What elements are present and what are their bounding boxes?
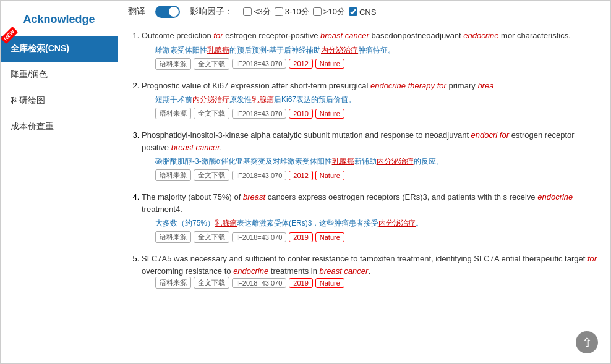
- title-part: estrogen receptor-positive: [223, 31, 321, 40]
- sidebar-item-label: 降重/润色: [11, 69, 48, 79]
- title-part: The majority (about 75%) of: [142, 192, 243, 201]
- tag-journal: Nature: [315, 278, 344, 288]
- tag-journal: Nature: [315, 232, 344, 242]
- filter-group: <3分3-10分>10分CNS: [243, 6, 376, 17]
- sidebar-item-cost-check[interactable]: 成本价查重: [1, 114, 118, 140]
- highlight-term: 内分泌治疗: [378, 219, 416, 227]
- title-part: cancers express oestrogen receptors (ERs…: [265, 192, 501, 201]
- result-tags-3: 语料来源全文下载IF2018=43.0702012Nature: [155, 169, 600, 181]
- sidebar-item-sci-chart[interactable]: 科研绘图: [1, 88, 118, 114]
- filter-cns[interactable]: CNS: [349, 7, 376, 17]
- title-part: ential therapeutic target: [499, 254, 588, 263]
- result-item-5: SLC7A5 was necessary and sufficient to c…: [142, 253, 600, 289]
- tag-journal: Nature: [315, 109, 344, 119]
- highlight-term: 乳腺癌: [215, 219, 237, 227]
- highlight-term: 乳腺癌: [332, 157, 354, 166]
- toggle-track: [155, 6, 180, 18]
- tag-download[interactable]: 全文下载: [194, 169, 229, 181]
- sidebar-item-label: 科研绘图: [11, 95, 45, 105]
- title-part: treatments in: [268, 266, 319, 276]
- filter-label-3to10: 3-10分: [285, 6, 309, 17]
- filter-label-lt3: <3分: [254, 6, 271, 17]
- result-item-1: Outcome prediction for estrogen receptor…: [142, 30, 600, 70]
- title-part: .: [220, 143, 222, 152]
- title-part: breast: [243, 192, 265, 201]
- title-part: for: [497, 130, 509, 140]
- tag-source[interactable]: 语料来源: [155, 169, 191, 181]
- title-part: breast cancer: [320, 31, 369, 40]
- tag-journal: Nature: [315, 59, 344, 69]
- results-list: Outcome prediction for estrogen receptor…: [128, 30, 600, 289]
- result-item-4: The majority (about 75%) of breast cance…: [142, 191, 600, 243]
- filter-lt3[interactable]: <3分: [243, 6, 271, 17]
- tag-year: 2019: [289, 232, 312, 242]
- result-translation-4: 大多数（约75%）乳腺癌表达雌激素受体(ERs)3，这些肿瘤患者接受内分泌治疗。: [155, 218, 600, 229]
- filter-gt10[interactable]: >10分: [313, 6, 345, 17]
- result-item-2: Prognostic value of Ki67 expression afte…: [142, 80, 600, 120]
- filter-checkbox-cns[interactable]: [349, 7, 357, 16]
- title-part: endocrine: [537, 192, 573, 201]
- sidebar-item-label: 全库检索(CNS): [11, 43, 69, 53]
- title-part: endocrine: [463, 31, 498, 40]
- title-part: Prognostic value of Ki67 expression afte…: [142, 81, 370, 90]
- sidebar-item-full-search[interactable]: NEW全库检索(CNS): [1, 36, 118, 62]
- app-window: Acknowledge NEW全库检索(CNS)降重/润色科研绘图成本价查重 翻…: [0, 0, 611, 364]
- filter-3to10[interactable]: 3-10分: [275, 6, 309, 17]
- tag-download[interactable]: 全文下载: [194, 277, 229, 289]
- title-part: Outcome prediction: [142, 31, 213, 40]
- tag-if-score: IF2018=43.070: [232, 278, 286, 288]
- tag-download[interactable]: 全文下载: [194, 58, 229, 70]
- filter-checkbox-gt10[interactable]: [313, 7, 322, 16]
- result-translation-2: 短期手术前内分泌治疗原发性乳腺癌后Ki67表达的预后价值。: [155, 94, 600, 105]
- translate-toggle[interactable]: [155, 6, 180, 18]
- result-tags-2: 语料来源全文下载IF2018=43.0702010Nature: [155, 108, 600, 119]
- tag-source[interactable]: 语料来源: [155, 231, 191, 243]
- highlight-term: 乳腺癌: [207, 46, 229, 54]
- highlight-term: 内分泌治疗: [321, 46, 358, 54]
- title-part: basedonpostneoadjuvant: [369, 31, 464, 40]
- main-panel: 翻译 影响因子： <3分3-10分>10分CNS Outcome predict…: [118, 1, 610, 363]
- title-part: endocrine: [233, 266, 268, 276]
- scroll-to-top-button[interactable]: ⇧: [576, 331, 598, 353]
- result-translation-3: 磷脂酰肌醇-3-激酶α催化亚基突变及对雌激素受体阳性乳腺癌新辅助内分泌治疗的反应…: [155, 156, 600, 167]
- sidebar-item-dimming[interactable]: 降重/润色: [1, 62, 118, 88]
- tag-year: 2010: [289, 109, 312, 119]
- tag-download[interactable]: 全文下载: [194, 108, 229, 119]
- title-part: Phosphatidyl-inositol-3-kinase alpha cat…: [142, 130, 471, 140]
- tag-source[interactable]: 语料来源: [155, 108, 191, 119]
- title-part: overcoming resistance to: [142, 266, 233, 276]
- filter-checkbox-lt3[interactable]: [243, 7, 252, 16]
- filter-checkbox-3to10[interactable]: [275, 7, 283, 16]
- results-content: Outcome prediction for estrogen receptor…: [118, 23, 610, 363]
- result-translation-1: 雌激素受体阳性乳腺癌的预后预测-基于后神经辅助内分泌治疗肿瘤特征。: [155, 44, 600, 56]
- translate-label: 翻译: [128, 6, 145, 17]
- sidebar: Acknowledge NEW全库检索(CNS)降重/润色科研绘图成本价查重: [1, 1, 118, 363]
- tag-source[interactable]: 语料来源: [155, 277, 191, 289]
- tag-download[interactable]: 全文下载: [194, 231, 229, 243]
- result-title-5: SLC7A5 was necessary and sufficient to c…: [142, 253, 600, 277]
- tag-year: 2012: [289, 171, 312, 180]
- toolbar: 翻译 影响因子： <3分3-10分>10分CNS: [118, 1, 610, 23]
- filter-label-cns: CNS: [359, 7, 376, 17]
- sidebar-nav: NEW全库检索(CNS)降重/润色科研绘图成本价查重: [1, 36, 118, 140]
- sidebar-item-label: 成本价查重: [11, 121, 54, 131]
- title-part: mor characteristics.: [498, 31, 570, 40]
- highlight-term: 内分泌治疗: [192, 95, 229, 104]
- tag-year: 2019: [289, 278, 312, 288]
- sidebar-title: Acknowledge: [1, 7, 118, 36]
- title-part: endocri: [471, 130, 498, 140]
- filter-label-gt10: >10分: [323, 6, 345, 17]
- tag-if-score: IF2018=43.070: [232, 171, 286, 180]
- title-part: breast cancer: [171, 143, 220, 152]
- tag-if-score: IF2018=43.070: [232, 109, 286, 119]
- result-title-2: Prognostic value of Ki67 expression afte…: [142, 80, 600, 92]
- title-part: breast cancer: [320, 266, 369, 276]
- tag-if-score: IF2018=43.070: [232, 232, 286, 242]
- influence-label: 影响因子：: [190, 6, 233, 17]
- content-wrapper: Outcome prediction for estrogen receptor…: [118, 23, 610, 363]
- title-part: treatment4.: [142, 205, 182, 214]
- tag-source[interactable]: 语料来源: [155, 58, 191, 70]
- result-tags-5: 语料来源全文下载IF2018=43.0702019Nature: [155, 277, 600, 289]
- tag-journal: Nature: [315, 171, 344, 180]
- result-title-4: The majority (about 75%) of breast cance…: [142, 191, 600, 215]
